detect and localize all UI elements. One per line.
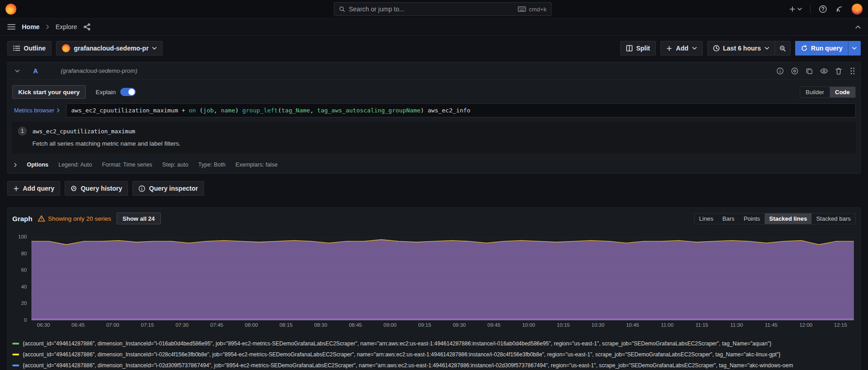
chevron-right-icon	[57, 108, 60, 112]
viz-mode-points[interactable]: Points	[739, 213, 765, 224]
plot-area[interactable]	[31, 237, 854, 320]
options-summary: Legend: AutoFormat: Time seriesStep: aut…	[58, 162, 277, 168]
search-input[interactable]	[349, 5, 514, 13]
split-button[interactable]: Split	[620, 41, 656, 56]
query-options-row[interactable]: Options Legend: AutoFormat: Time seriesS…	[12, 157, 856, 173]
y-axis-tick: 0	[12, 317, 27, 323]
query-code-segment: (	[278, 107, 281, 114]
legend-label[interactable]: {account_id="494614287886", dimension_In…	[23, 351, 781, 358]
outline-label: Outline	[24, 45, 46, 52]
help-icon[interactable]	[819, 5, 827, 13]
metrics-browser-button[interactable]: Metrics browser	[12, 103, 66, 117]
x-axis-tick: 12:15	[834, 322, 847, 328]
viz-mode-stacked-lines[interactable]: Stacked lines	[765, 213, 812, 224]
query-editor-panel: A (grafanacloud-sedemo-prom) Kick start …	[7, 62, 861, 174]
legend: {account_id="494614287886", dimension_In…	[12, 338, 856, 370]
viz-mode-bars[interactable]: Bars	[718, 213, 739, 224]
datasource-picker[interactable]: grafanacloud-sedemo-pr	[56, 41, 163, 56]
chart-svg	[31, 237, 854, 320]
info-circle-icon	[138, 185, 145, 192]
trash-icon[interactable]	[835, 67, 842, 75]
record-circle-icon[interactable]	[791, 67, 798, 75]
run-query-button[interactable]: Run query	[795, 41, 848, 56]
share-icon[interactable]	[83, 23, 91, 30]
legend-color-dash	[12, 354, 19, 355]
query-code-segment: ,	[310, 107, 317, 114]
series-warning-text: Showing only 20 series	[48, 215, 111, 222]
explain-description: Fetch all series matching metric name an…	[32, 140, 850, 147]
outline-icon	[13, 46, 20, 51]
grafana-logo-icon[interactable]	[5, 4, 16, 15]
code-mode-button[interactable]: Code	[830, 87, 856, 97]
info-circle-icon[interactable]	[776, 67, 784, 75]
run-icon	[801, 45, 807, 51]
zoom-out-button[interactable]	[775, 41, 791, 56]
chevron-down-icon	[152, 47, 157, 50]
query-row-header: A (grafanacloud-sedemo-prom)	[8, 62, 860, 80]
eye-icon[interactable]	[820, 67, 828, 75]
show-all-series-button[interactable]: Show all 24	[117, 213, 161, 224]
x-axis-tick: 11:30	[730, 322, 743, 328]
legend-item[interactable]: {account_id="494614287886", dimension_In…	[12, 360, 856, 370]
chevron-right-icon	[46, 25, 49, 29]
query-code-editor[interactable]: aws_ec2_cpuutilization_maximum + on (job…	[66, 103, 856, 117]
chevron-down-icon	[797, 8, 802, 10]
query-code-segment: )	[235, 107, 242, 114]
menu-icon[interactable]	[7, 24, 15, 30]
query-ref-id[interactable]: A	[33, 67, 38, 75]
query-code-segment: )	[420, 107, 428, 114]
outline-button[interactable]: Outline	[7, 41, 51, 56]
legend-color-dash	[12, 343, 19, 345]
search-box[interactable]: cmd+k	[334, 2, 551, 16]
chart[interactable]: 020406080100 06:3006:4507:0007:1507:3007…	[12, 237, 856, 335]
option-summary-item: Exemplars: false	[235, 162, 277, 168]
query-history-button[interactable]: Query history	[65, 181, 128, 196]
drag-handle-icon[interactable]	[849, 67, 856, 75]
viz-mode-lines[interactable]: Lines	[694, 213, 718, 224]
viz-mode-stacked-bars[interactable]: Stacked bars	[812, 213, 855, 224]
run-query-dropdown[interactable]	[848, 41, 861, 56]
news-icon[interactable]	[835, 5, 843, 13]
query-actions: Add query Query history Query inspector	[7, 181, 861, 196]
chevron-down-icon	[852, 47, 857, 50]
query-inspector-label: Query inspector	[149, 185, 198, 192]
divider	[810, 5, 811, 14]
avatar[interactable]	[852, 4, 863, 15]
explain-block: 1 aws_ec2_cpuutilization_maximum Fetch a…	[12, 122, 856, 153]
legend-label[interactable]: {account_id="494614287886", dimension_In…	[23, 340, 771, 347]
plus-icon	[789, 6, 796, 12]
query-tools-row: Kick start your query Explain Builder Co…	[12, 83, 856, 103]
time-range-label: Last 6 hours	[723, 45, 761, 52]
chevron-right-icon	[14, 163, 17, 167]
x-axis-tick: 07:45	[210, 322, 223, 328]
x-axis-tick: 07:00	[106, 322, 119, 328]
add-query-button[interactable]: Add query	[7, 181, 60, 196]
viz-mode-group: LinesBarsPointsStacked linesStacked bars	[694, 213, 856, 224]
new-button[interactable]	[789, 6, 802, 12]
breadcrumb-explore[interactable]: Explore	[56, 23, 77, 30]
x-axis-tick: 09:15	[418, 322, 431, 328]
explain-toggle[interactable]	[120, 88, 136, 96]
legend-item[interactable]: {account_id="494614287886", dimension_In…	[12, 338, 856, 349]
options-label: Options	[27, 162, 48, 168]
kick-start-button[interactable]: Kick start your query	[12, 85, 86, 99]
x-axis-tick: 11:00	[661, 322, 674, 328]
x-axis-tick: 11:15	[695, 322, 708, 328]
query-datasource-hint: (grafanacloud-sedemo-prom)	[61, 67, 137, 74]
x-axis-tick: 08:00	[245, 322, 258, 328]
time-range-picker[interactable]: Last 6 hours	[707, 41, 775, 56]
add-button[interactable]: Add	[660, 41, 702, 56]
option-summary-item: Type: Both	[198, 162, 225, 168]
chevron-up-icon[interactable]	[855, 25, 861, 29]
builder-mode-button[interactable]: Builder	[800, 87, 829, 97]
legend-label[interactable]: {account_id="494614287886", dimension_In…	[23, 362, 793, 369]
explain-line-number: 1	[18, 127, 27, 136]
warning-icon	[38, 215, 45, 222]
breadcrumb-home[interactable]: Home	[22, 23, 40, 30]
legend-item[interactable]: {account_id="494614287886", dimension_In…	[12, 349, 856, 360]
query-inspector-button[interactable]: Query inspector	[133, 181, 204, 196]
collapse-chevron-icon[interactable]	[15, 70, 20, 72]
copy-icon[interactable]	[806, 67, 813, 75]
chevron-down-icon	[765, 47, 769, 50]
x-axis-tick: 08:30	[314, 322, 327, 328]
